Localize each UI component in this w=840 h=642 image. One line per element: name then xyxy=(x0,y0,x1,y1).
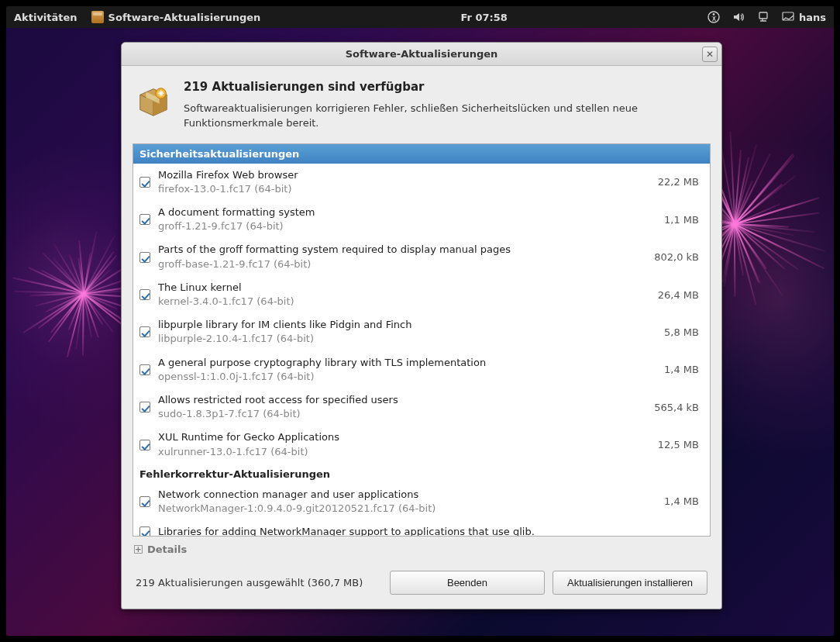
package-title: A general purpose cryptography library w… xyxy=(158,356,656,370)
package-size: 565,4 kB xyxy=(654,402,702,413)
package-size: 26,4 MB xyxy=(658,289,702,301)
package-title: XUL Runtime for Gecko Applications xyxy=(158,430,650,444)
package-icon xyxy=(91,11,104,23)
package-size: 802,0 kB xyxy=(654,251,702,263)
user-menu[interactable]: hans xyxy=(782,11,826,23)
package-checkbox[interactable] xyxy=(139,252,150,263)
package-row[interactable]: XUL Runtime for Gecko Applicationsxulrun… xyxy=(133,426,710,463)
package-checkbox[interactable] xyxy=(139,177,150,188)
clock[interactable]: Fr 07:58 xyxy=(460,12,507,23)
software-updater-window: Software-Aktualisierungen ✕ 219 Aktualis… xyxy=(121,42,722,609)
package-subtitle: sudo-1.8.3p1-7.fc17 (64-bit) xyxy=(158,407,646,421)
package-checkbox[interactable] xyxy=(139,364,150,375)
package-size: 1,4 MB xyxy=(664,495,702,507)
header-area: 219 Aktualisierungen sind verfügbar Soft… xyxy=(122,66,721,140)
updates-list: SicherheitsaktualisierungenMozilla Firef… xyxy=(133,143,711,537)
selection-status: 219 Aktualisierungen ausgewählt (360,7 M… xyxy=(136,577,382,588)
package-row[interactable]: Network connection manager and user appl… xyxy=(133,483,710,520)
network-icon[interactable] xyxy=(757,11,769,23)
package-subtitle: xulrunner-13.0-1.fc17 (64-bit) xyxy=(158,445,650,459)
package-checkbox[interactable] xyxy=(139,496,150,507)
package-subtitle: openssl-1:1.0.0j-1.fc17 (64-bit) xyxy=(158,370,656,384)
package-checkbox[interactable] xyxy=(139,289,150,300)
window-title: Software-Aktualisierungen xyxy=(346,48,498,60)
package-title: libpurple library for IM clients like Pi… xyxy=(158,318,656,332)
package-size: 12,5 MB xyxy=(658,439,702,450)
accessibility-icon[interactable] xyxy=(707,11,720,23)
package-title: Parts of the groff formatting system req… xyxy=(158,243,646,257)
user-name-label: hans xyxy=(799,12,826,23)
package-subtitle: groff-base-1.21-9.fc17 (64-bit) xyxy=(158,257,646,271)
section-header: Fehlerkorrektur-Aktualisierungen xyxy=(133,464,710,483)
dialog-footer: 219 Aktualisierungen ausgewählt (360,7 M… xyxy=(122,560,721,609)
section-header: Sicherheitsaktualisierungen xyxy=(133,144,710,164)
details-expander[interactable]: + Details xyxy=(134,544,187,555)
activities-button[interactable]: Aktivitäten xyxy=(14,12,77,23)
package-subtitle: firefox-13.0-1.fc17 (64-bit) xyxy=(158,182,650,196)
package-row[interactable]: A general purpose cryptography library w… xyxy=(133,351,710,388)
package-checkbox[interactable] xyxy=(139,402,150,412)
window-titlebar[interactable]: Software-Aktualisierungen ✕ xyxy=(122,43,721,66)
package-subtitle: kernel-3.4.0-1.fc17 (64-bit) xyxy=(158,295,650,309)
package-title: A document formatting system xyxy=(158,205,656,219)
gnome-top-bar: Aktivitäten Software-Aktualisierungen Fr… xyxy=(6,6,834,28)
svg-rect-2 xyxy=(759,12,767,19)
package-row[interactable]: The Linux kernelkernel-3.4.0-1.fc17 (64-… xyxy=(133,276,710,313)
package-row[interactable]: Allows restricted root access for specif… xyxy=(133,388,710,426)
svg-point-1 xyxy=(713,13,715,16)
package-size: 22,2 MB xyxy=(658,176,702,188)
package-icon xyxy=(136,83,171,119)
install-button[interactable]: Aktualisierungen installieren xyxy=(553,571,707,595)
package-subtitle: groff-1.21-9.fc17 (64-bit) xyxy=(158,219,656,233)
package-size: 1,4 MB xyxy=(664,364,702,375)
package-checkbox[interactable] xyxy=(139,326,150,337)
close-button[interactable]: ✕ xyxy=(702,47,718,62)
package-checkbox[interactable] xyxy=(139,526,150,536)
package-checkbox[interactable] xyxy=(139,214,150,225)
package-size: 1,1 MB xyxy=(664,214,702,226)
app-menu[interactable]: Software-Aktualisierungen xyxy=(91,11,261,23)
package-row[interactable]: Libraries for adding NetworkManager supp… xyxy=(133,520,710,536)
details-label: Details xyxy=(147,544,187,555)
app-menu-label: Software-Aktualisierungen xyxy=(108,12,261,23)
quit-button[interactable]: Beenden xyxy=(390,571,545,595)
package-title: Libraries for adding NetworkManager supp… xyxy=(158,525,691,536)
package-checkbox[interactable] xyxy=(139,440,150,450)
package-title: Allows restricted root access for specif… xyxy=(158,393,646,407)
package-subtitle: NetworkManager-1:0.9.4.0-9.git20120521.f… xyxy=(158,502,656,516)
updates-scroll-area[interactable]: SicherheitsaktualisierungenMozilla Firef… xyxy=(133,144,710,536)
package-row[interactable]: Parts of the groff formatting system req… xyxy=(133,238,710,275)
package-title: The Linux kernel xyxy=(158,281,650,295)
package-row[interactable]: A document formatting systemgroff-1.21-9… xyxy=(133,201,710,238)
package-title: Network connection manager and user appl… xyxy=(158,488,656,502)
package-subtitle: libpurple-2.10.4-1.fc17 (64-bit) xyxy=(158,332,656,346)
volume-icon[interactable] xyxy=(732,11,745,23)
headline: 219 Aktualisierungen sind verfügbar xyxy=(184,80,706,94)
package-row[interactable]: libpurple library for IM clients like Pi… xyxy=(133,313,710,350)
plus-icon: + xyxy=(134,545,143,554)
package-size: 5,8 MB xyxy=(664,326,702,338)
package-row[interactable]: Mozilla Firefox Web browserfirefox-13.0-… xyxy=(133,164,710,201)
package-title: Mozilla Firefox Web browser xyxy=(158,168,650,182)
close-icon: ✕ xyxy=(706,49,714,60)
header-description: Softwareaktualisierungen korrigieren Feh… xyxy=(184,102,706,131)
